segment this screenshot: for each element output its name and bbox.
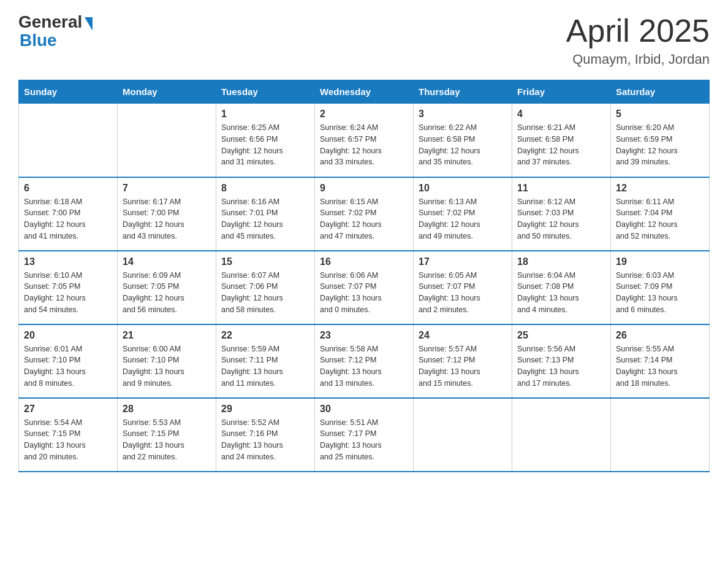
calendar-cell: 17Sunrise: 6:05 AM Sunset: 7:07 PM Dayli… <box>414 251 512 324</box>
calendar-cell <box>611 398 710 472</box>
day-number: 12 <box>616 183 704 194</box>
day-of-week-header: Sunday <box>19 80 118 104</box>
day-number: 2 <box>320 109 408 120</box>
day-info: Sunrise: 6:22 AM Sunset: 6:58 PM Dayligh… <box>419 122 507 168</box>
day-number: 26 <box>616 330 704 341</box>
day-number: 10 <box>419 183 507 194</box>
day-info: Sunrise: 5:59 AM Sunset: 7:11 PM Dayligh… <box>221 343 309 389</box>
day-info: Sunrise: 6:20 AM Sunset: 6:59 PM Dayligh… <box>616 122 704 168</box>
logo-triangle-icon <box>85 17 93 31</box>
day-info: Sunrise: 6:24 AM Sunset: 6:57 PM Dayligh… <box>320 122 408 168</box>
day-number: 24 <box>419 330 507 341</box>
day-number: 5 <box>616 109 704 120</box>
calendar-cell: 22Sunrise: 5:59 AM Sunset: 7:11 PM Dayli… <box>216 324 315 398</box>
calendar-cell: 1Sunrise: 6:25 AM Sunset: 6:56 PM Daylig… <box>216 104 315 177</box>
calendar-cell: 3Sunrise: 6:22 AM Sunset: 6:58 PM Daylig… <box>414 104 512 177</box>
day-info: Sunrise: 6:07 AM Sunset: 7:06 PM Dayligh… <box>221 270 309 316</box>
calendar-cell: 7Sunrise: 6:17 AM Sunset: 7:00 PM Daylig… <box>118 177 216 251</box>
day-number: 18 <box>517 256 605 267</box>
day-of-week-header: Friday <box>512 80 611 104</box>
calendar-cell <box>414 398 512 472</box>
day-number: 28 <box>123 404 211 415</box>
title-area: April 2025 Qumaym, Irbid, Jordan <box>566 12 710 67</box>
day-number: 9 <box>320 183 408 194</box>
day-of-week-header: Tuesday <box>216 80 315 104</box>
day-number: 4 <box>517 109 605 120</box>
day-info: Sunrise: 6:13 AM Sunset: 7:02 PM Dayligh… <box>419 196 507 242</box>
logo-blue-text: Blue <box>20 31 57 50</box>
day-of-week-header: Saturday <box>611 80 710 104</box>
day-number: 22 <box>221 330 309 341</box>
calendar-cell <box>512 398 611 472</box>
day-number: 30 <box>320 404 408 415</box>
day-info: Sunrise: 6:17 AM Sunset: 7:00 PM Dayligh… <box>123 196 211 242</box>
day-number: 8 <box>221 183 309 194</box>
day-number: 23 <box>320 330 408 341</box>
calendar-cell: 25Sunrise: 5:56 AM Sunset: 7:13 PM Dayli… <box>512 324 611 398</box>
calendar-cell: 14Sunrise: 6:09 AM Sunset: 7:05 PM Dayli… <box>118 251 216 324</box>
day-number: 20 <box>24 330 112 341</box>
calendar-cell: 20Sunrise: 6:01 AM Sunset: 7:10 PM Dayli… <box>19 324 118 398</box>
calendar-cell: 13Sunrise: 6:10 AM Sunset: 7:05 PM Dayli… <box>19 251 118 324</box>
day-info: Sunrise: 6:09 AM Sunset: 7:05 PM Dayligh… <box>123 270 211 316</box>
day-number: 1 <box>221 109 309 120</box>
day-info: Sunrise: 6:03 AM Sunset: 7:09 PM Dayligh… <box>616 270 704 316</box>
day-number: 7 <box>123 183 211 194</box>
month-title: April 2025 <box>566 12 710 49</box>
day-number: 19 <box>616 256 704 267</box>
day-info: Sunrise: 6:01 AM Sunset: 7:10 PM Dayligh… <box>24 343 112 389</box>
day-info: Sunrise: 6:21 AM Sunset: 6:58 PM Dayligh… <box>517 122 605 168</box>
calendar-cell: 18Sunrise: 6:04 AM Sunset: 7:08 PM Dayli… <box>512 251 611 324</box>
day-info: Sunrise: 5:56 AM Sunset: 7:13 PM Dayligh… <box>517 343 605 389</box>
calendar-cell: 26Sunrise: 5:55 AM Sunset: 7:14 PM Dayli… <box>611 324 710 398</box>
calendar-cell: 21Sunrise: 6:00 AM Sunset: 7:10 PM Dayli… <box>118 324 216 398</box>
day-info: Sunrise: 6:16 AM Sunset: 7:01 PM Dayligh… <box>221 196 309 242</box>
calendar-cell: 27Sunrise: 5:54 AM Sunset: 7:15 PM Dayli… <box>19 398 118 472</box>
day-info: Sunrise: 6:06 AM Sunset: 7:07 PM Dayligh… <box>320 270 408 316</box>
calendar-cell: 9Sunrise: 6:15 AM Sunset: 7:02 PM Daylig… <box>315 177 414 251</box>
day-number: 15 <box>221 256 309 267</box>
calendar-table: SundayMondayTuesdayWednesdayThursdayFrid… <box>18 80 710 472</box>
day-info: Sunrise: 5:51 AM Sunset: 7:17 PM Dayligh… <box>320 417 408 463</box>
day-info: Sunrise: 5:55 AM Sunset: 7:14 PM Dayligh… <box>616 343 704 389</box>
day-number: 17 <box>419 256 507 267</box>
calendar-cell: 16Sunrise: 6:06 AM Sunset: 7:07 PM Dayli… <box>315 251 414 324</box>
day-info: Sunrise: 5:52 AM Sunset: 7:16 PM Dayligh… <box>221 417 309 463</box>
day-of-week-header: Monday <box>118 80 216 104</box>
day-info: Sunrise: 5:53 AM Sunset: 7:15 PM Dayligh… <box>123 417 211 463</box>
day-info: Sunrise: 5:57 AM Sunset: 7:12 PM Dayligh… <box>419 343 507 389</box>
day-info: Sunrise: 5:54 AM Sunset: 7:15 PM Dayligh… <box>24 417 112 463</box>
day-info: Sunrise: 6:00 AM Sunset: 7:10 PM Dayligh… <box>123 343 211 389</box>
logo: General Blue <box>18 12 93 50</box>
location-text: Qumaym, Irbid, Jordan <box>566 52 710 67</box>
day-number: 6 <box>24 183 112 194</box>
day-info: Sunrise: 6:25 AM Sunset: 6:56 PM Dayligh… <box>221 122 309 168</box>
day-info: Sunrise: 6:18 AM Sunset: 7:00 PM Dayligh… <box>24 196 112 242</box>
logo-general-text: General <box>18 12 82 32</box>
day-info: Sunrise: 6:15 AM Sunset: 7:02 PM Dayligh… <box>320 196 408 242</box>
calendar-cell: 12Sunrise: 6:11 AM Sunset: 7:04 PM Dayli… <box>611 177 710 251</box>
day-info: Sunrise: 6:04 AM Sunset: 7:08 PM Dayligh… <box>517 270 605 316</box>
page-header: General Blue April 2025 Qumaym, Irbid, J… <box>18 12 710 67</box>
day-number: 11 <box>517 183 605 194</box>
day-info: Sunrise: 6:10 AM Sunset: 7:05 PM Dayligh… <box>24 270 112 316</box>
calendar-cell: 10Sunrise: 6:13 AM Sunset: 7:02 PM Dayli… <box>414 177 512 251</box>
day-number: 16 <box>320 256 408 267</box>
day-of-week-header: Thursday <box>414 80 512 104</box>
calendar-cell <box>118 104 216 177</box>
day-info: Sunrise: 6:05 AM Sunset: 7:07 PM Dayligh… <box>419 270 507 316</box>
calendar-cell: 4Sunrise: 6:21 AM Sunset: 6:58 PM Daylig… <box>512 104 611 177</box>
calendar-cell: 15Sunrise: 6:07 AM Sunset: 7:06 PM Dayli… <box>216 251 315 324</box>
day-number: 13 <box>24 256 112 267</box>
day-of-week-header: Wednesday <box>315 80 414 104</box>
calendar-cell: 2Sunrise: 6:24 AM Sunset: 6:57 PM Daylig… <box>315 104 414 177</box>
day-info: Sunrise: 6:11 AM Sunset: 7:04 PM Dayligh… <box>616 196 704 242</box>
day-number: 25 <box>517 330 605 341</box>
calendar-cell: 29Sunrise: 5:52 AM Sunset: 7:16 PM Dayli… <box>216 398 315 472</box>
day-number: 27 <box>24 404 112 415</box>
calendar-cell: 24Sunrise: 5:57 AM Sunset: 7:12 PM Dayli… <box>414 324 512 398</box>
day-number: 14 <box>123 256 211 267</box>
calendar-cell <box>19 104 118 177</box>
day-number: 29 <box>221 404 309 415</box>
calendar-cell: 19Sunrise: 6:03 AM Sunset: 7:09 PM Dayli… <box>611 251 710 324</box>
